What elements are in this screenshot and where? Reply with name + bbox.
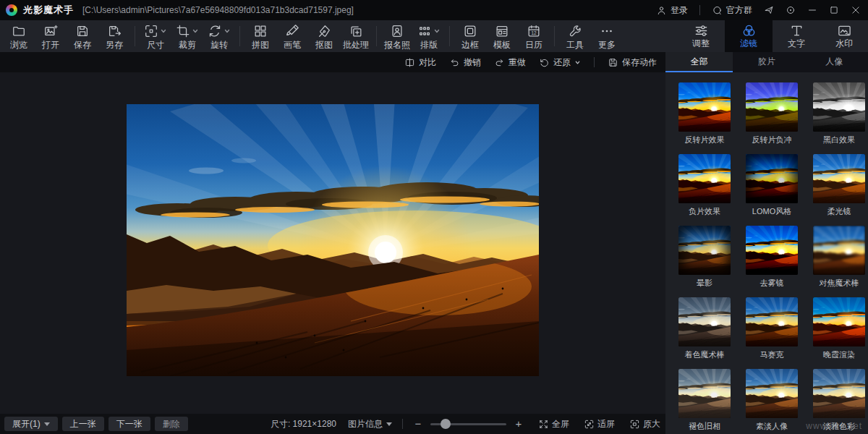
filter-thumbnail[interactable]	[746, 369, 798, 418]
original-size-button[interactable]: 原大	[629, 418, 660, 430]
toolbar-button-save[interactable]: 保存	[67, 20, 98, 52]
filter-tab-胶片[interactable]: 胶片	[733, 52, 800, 72]
restore-icon	[539, 57, 550, 68]
toolbar-button-calendar[interactable]: 12日历	[518, 20, 550, 52]
zoom-slider-knob[interactable]	[441, 419, 451, 429]
toolbar-button-id-photo[interactable]: 报名照	[381, 20, 413, 52]
filter-item[interactable]: 柔光镜	[813, 154, 865, 216]
filter-thumbnail[interactable]	[678, 226, 731, 275]
filter-thumbnail[interactable]	[813, 82, 865, 132]
minimize-button[interactable]	[807, 5, 817, 15]
fit-screen-icon	[584, 419, 595, 430]
toolbar-button-save-as[interactable]: 另存	[98, 20, 130, 52]
toolbar-button-collage[interactable]: 拼图	[244, 20, 276, 52]
chevron-down-icon[interactable]	[192, 27, 199, 35]
action-label: 对比	[419, 56, 436, 69]
restore-button[interactable]: 还原	[539, 56, 581, 69]
fullscreen-button[interactable]: 全屏	[538, 418, 569, 430]
toolbar-label: 另存	[106, 40, 123, 51]
tab-text-tool[interactable]: 文字	[773, 20, 820, 52]
filter-thumbnail[interactable]	[678, 154, 731, 203]
filter-item[interactable]: 黑白效果	[813, 82, 865, 145]
chevron-down-icon[interactable]	[160, 27, 167, 35]
filter-thumbnail[interactable]	[813, 369, 865, 418]
filter-thumbnail[interactable]	[813, 226, 865, 275]
toolbar-button-image-open[interactable]: 打开	[35, 20, 67, 52]
share-button[interactable]	[764, 5, 774, 15]
compare-button[interactable]: 对比	[404, 56, 436, 69]
toolbar-button-brush[interactable]: 画笔	[276, 20, 308, 52]
tab-watermark[interactable]: 水印	[820, 20, 868, 52]
filter-item[interactable]: 反转片效果	[678, 82, 731, 145]
filter-item[interactable]: 对焦魔术棒	[813, 226, 865, 288]
undo-button[interactable]: 撤销	[449, 56, 481, 69]
maximize-button[interactable]	[829, 5, 839, 15]
filter-thumbnail[interactable]	[813, 154, 865, 203]
action-label: 撤销	[464, 56, 481, 69]
filter-thumbnail[interactable]	[746, 226, 798, 275]
expand-button[interactable]: 展开(1)	[4, 417, 58, 431]
filter-thumbnail[interactable]	[678, 82, 731, 132]
save-action-button[interactable]: 保存动作	[608, 56, 657, 69]
calendar-icon: 12	[527, 24, 541, 38]
filter-thumbnail[interactable]	[813, 297, 865, 346]
filter-item[interactable]: 着色魔术棒	[678, 297, 731, 359]
chevron-down-icon[interactable]	[574, 59, 581, 66]
toolbar-button-border[interactable]: 边框	[454, 20, 486, 52]
filter-tab-全部[interactable]: 全部	[665, 52, 733, 72]
zoom-in-button[interactable]: +	[514, 419, 524, 429]
chevron-down-icon[interactable]	[224, 27, 231, 35]
filter-item[interactable]: 淡雅色彩	[813, 369, 865, 431]
zoom-slider[interactable]	[430, 423, 506, 425]
toolbar-button-resize[interactable]: 尺寸	[140, 20, 171, 52]
fit-screen-label: 适屏	[597, 418, 615, 430]
fit-screen-button[interactable]: 适屏	[584, 418, 615, 430]
filter-item[interactable]: LOMO风格	[746, 154, 798, 216]
filter-thumbnail[interactable]	[746, 82, 798, 132]
filter-thumbnail[interactable]	[678, 297, 731, 346]
filter-thumbnail[interactable]	[678, 369, 731, 418]
filter-thumbnail[interactable]	[746, 154, 798, 203]
filter-tab-人像[interactable]: 人像	[801, 52, 868, 72]
image-info-dropdown[interactable]: 图片信息	[348, 418, 392, 430]
filter-item[interactable]: 马赛克	[746, 297, 798, 359]
delete-button[interactable]: 删除	[155, 417, 188, 431]
next-image-button[interactable]: 下一张	[109, 417, 150, 431]
toolbar-button-rotate[interactable]: 旋转	[203, 20, 235, 52]
filter-item[interactable]: 去雾镜	[746, 226, 798, 288]
filter-name: LOMO风格	[746, 207, 798, 216]
zoom-out-button[interactable]: −	[413, 419, 423, 429]
toolbar-button-batch[interactable]: 批处理	[340, 20, 372, 52]
main-toolbar: 浏览打开保存另存尺寸裁剪旋转拼图画笔抠图批处理报名照排版边框模板12日历工具更多…	[0, 20, 868, 52]
tab-adjust[interactable]: 调整	[677, 20, 725, 52]
redo-button[interactable]: 重做	[494, 56, 526, 69]
toolbar-button-more[interactable]: 更多	[591, 20, 623, 52]
folder-icon	[12, 24, 26, 38]
filter-item[interactable]: 晕影	[678, 226, 731, 288]
prev-image-button[interactable]: 上一张	[62, 417, 104, 431]
toolbar-button-layout[interactable]: 排版	[413, 20, 445, 52]
filter-item[interactable]: 褪色旧相	[678, 369, 731, 431]
login-button[interactable]: 登录	[656, 4, 688, 17]
statusbar-divider	[402, 419, 403, 429]
filter-item[interactable]: 晚霞渲染	[813, 297, 865, 359]
toolbar-button-crop[interactable]: 裁剪	[171, 20, 203, 52]
toolbar-button-tools[interactable]: 工具	[559, 20, 591, 52]
toolbar-button-pen[interactable]: 抠图	[308, 20, 340, 52]
toolbar-button-folder[interactable]: 浏览	[3, 20, 35, 52]
toolbar-label: 画笔	[284, 40, 301, 51]
chevron-down-icon[interactable]	[433, 27, 441, 35]
filter-item[interactable]: 素淡人像	[746, 369, 798, 431]
close-button[interactable]	[851, 5, 861, 15]
filter-item[interactable]: 反转片负冲	[746, 82, 798, 145]
toolbar-label: 排版	[420, 40, 438, 51]
settings-button[interactable]	[786, 5, 796, 15]
toolbar-label: 日历	[525, 40, 542, 51]
filter-circles-icon	[741, 23, 757, 38]
toolbar-button-template[interactable]: 模板	[486, 20, 518, 52]
filter-item[interactable]: 负片效果	[678, 154, 731, 216]
tab-filter-circles[interactable]: 滤镜	[725, 20, 773, 52]
filter-thumbnail[interactable]	[746, 297, 798, 346]
official-group-button[interactable]: 官方群	[712, 4, 752, 17]
file-path: [C:\Users\admin\Pictures\7a67e56948809fd…	[82, 5, 354, 15]
